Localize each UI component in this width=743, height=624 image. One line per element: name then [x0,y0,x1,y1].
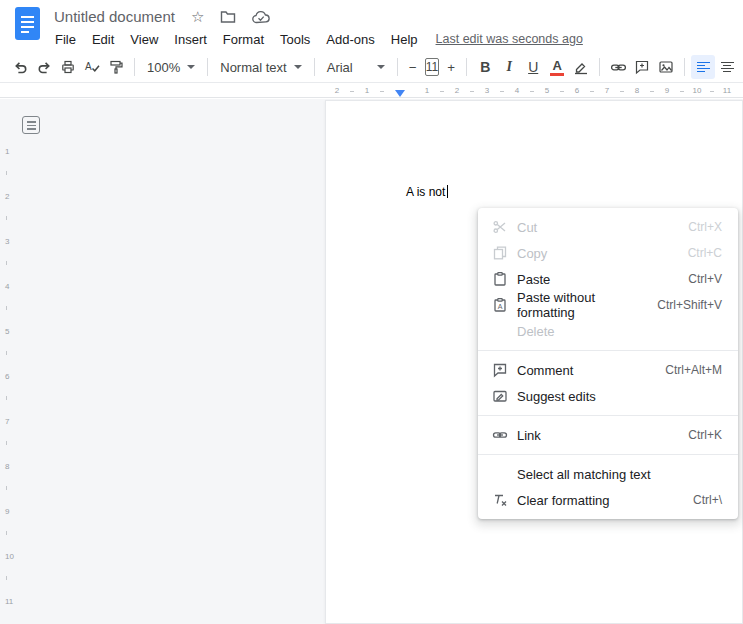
v-ruler-tick [6,396,7,400]
styles-dropdown[interactable]: Normal text [214,55,307,79]
h-ruler-tick [710,91,714,92]
context-item-label: Link [517,428,541,443]
italic-icon: I [506,59,511,75]
context-item-label: Cut [517,220,537,235]
insert-link-button[interactable] [606,55,630,79]
toolbar-divider [314,58,315,76]
suggest-edits-icon [492,388,508,404]
paste-without-formatting-icon: A [492,297,508,313]
context-item-label: Paste without formatting [517,290,637,320]
toolbar-divider [397,58,398,76]
redo-button[interactable] [32,55,56,79]
underline-icon: U [528,59,538,75]
menu-file[interactable]: File [47,30,84,49]
google-docs-window: Untitled document ☆ FileEditViewInsertFo… [0,0,743,624]
clear-formatting-icon [492,492,508,508]
align-right-button[interactable] [739,55,743,79]
last-edit-link[interactable]: Last edit was seconds ago [436,32,583,46]
menu-help[interactable]: Help [383,30,426,49]
menu-tools[interactable]: Tools [272,30,318,49]
toolbar-divider [599,58,600,76]
h-ruler-number: 1 [365,86,369,95]
docs-logo-icon[interactable] [15,7,40,40]
underline-button[interactable]: U [521,55,545,79]
star-icon[interactable]: ☆ [191,9,204,24]
context-item-comment[interactable]: CommentCtrl+Alt+M [478,357,738,383]
redo-icon [36,59,53,76]
v-ruler-number: 2 [5,192,9,201]
v-ruler-number: 3 [5,237,9,246]
context-item-label: Comment [517,363,573,378]
move-folder-icon[interactable] [220,10,236,24]
copy-icon [492,245,508,261]
v-ruler-tick [6,576,7,580]
v-ruler-tick [6,441,7,445]
context-item-shortcut: Ctrl+\ [673,493,722,507]
bold-icon: B [480,59,490,75]
document-title[interactable]: Untitled document [54,8,175,25]
menu-bar: FileEditViewInsertFormatToolsAdd-onsHelp… [47,29,583,49]
v-ruler-tick [6,486,7,490]
font-size-increase-button[interactable]: + [442,55,460,79]
bold-button[interactable]: B [473,55,497,79]
indent-marker[interactable] [395,90,405,97]
v-ruler-number: 10 [5,552,14,561]
h-ruler-tick [350,91,354,92]
print-button[interactable] [56,55,80,79]
title-row: Untitled document ☆ [54,8,270,25]
highlight-color-button[interactable] [569,55,593,79]
insert-image-button[interactable] [654,55,678,79]
text-color-button[interactable]: A [545,55,569,79]
saved-cloud-icon[interactable] [252,10,270,24]
menu-insert[interactable]: Insert [166,30,215,49]
font-dropdown[interactable]: Arial [321,55,391,79]
context-menu: CutCtrl+XCopyCtrl+CPasteCtrl+VAPaste wit… [478,208,738,519]
font-size-input[interactable]: 11 [425,58,439,76]
text-color-icon: A [550,59,563,76]
show-outline-button[interactable] [22,116,40,134]
text-cursor [447,185,448,198]
v-ruler-tick [6,216,7,220]
context-item-select-all-matching-text[interactable]: Select all matching text [478,461,738,487]
context-item-paste-without-formatting[interactable]: APaste without formattingCtrl+Shift+V [478,292,738,318]
undo-icon [12,59,29,76]
menu-format[interactable]: Format [215,30,272,49]
toolbar-divider [207,58,208,76]
menu-items: FileEditViewInsertFormatToolsAdd-onsHelp [47,30,426,49]
align-center-button[interactable] [715,55,739,79]
context-menu-separator [478,415,738,416]
context-item-copy: CopyCtrl+C [478,240,738,266]
menu-view[interactable]: View [122,30,166,49]
italic-button[interactable]: I [497,55,521,79]
insert-comment-button[interactable] [630,55,654,79]
insert-image-icon [658,59,674,75]
context-item-link[interactable]: LinkCtrl+K [478,422,738,448]
cut-scissors-icon [492,219,508,235]
context-item-shortcut: Ctrl+V [668,272,722,286]
align-left-button[interactable] [691,55,715,79]
h-ruler-number: 2 [455,86,459,95]
menu-edit[interactable]: Edit [84,30,122,49]
spell-check-button[interactable]: A [80,55,104,79]
chevron-down-icon [294,65,302,69]
v-ruler-number: 5 [5,327,9,336]
link-icon [492,427,508,443]
menu-add-ons[interactable]: Add-ons [318,30,382,49]
chevron-down-icon [377,65,385,69]
undo-button[interactable] [8,55,32,79]
context-item-clear-formatting[interactable]: Clear formattingCtrl+\ [478,487,738,513]
context-item-paste[interactable]: PasteCtrl+V [478,266,738,292]
context-item-label: Suggest edits [517,389,596,404]
zoom-dropdown[interactable]: 100% [141,55,201,79]
font-size-decrease-button[interactable]: − [404,55,422,79]
context-item-shortcut: Ctrl+X [668,220,722,234]
h-ruler-tick [590,91,594,92]
context-item-suggest-edits[interactable]: Suggest edits [478,383,738,409]
document-text-line[interactable]: A is not [406,185,448,199]
h-ruler-number: 5 [545,86,549,95]
svg-text:A: A [85,61,92,72]
paint-format-button[interactable] [104,55,128,79]
document-text: A is not [406,185,445,199]
context-item-label: Clear formatting [517,493,609,508]
align-center-icon [721,62,734,73]
